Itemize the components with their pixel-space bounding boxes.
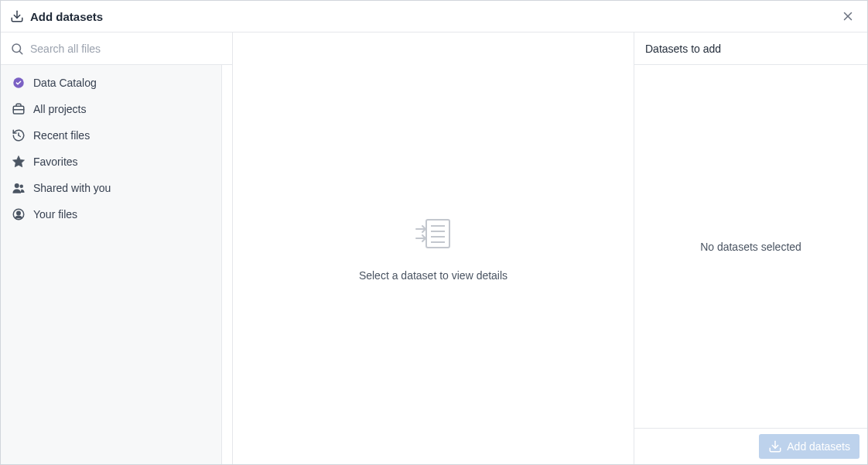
svg-point-14: [17, 211, 21, 215]
download-icon: [10, 9, 24, 23]
import-placeholder-icon: [413, 215, 453, 252]
right-panel-heading: Datasets to add: [634, 32, 867, 65]
right-panel-footer: Add datasets: [634, 429, 867, 464]
user-circle-icon: [12, 207, 26, 221]
sidebar-item-shared-with-you[interactable]: Shared with you: [1, 175, 221, 201]
search-input[interactable]: [30, 43, 223, 55]
close-button[interactable]: [838, 6, 858, 26]
sidebar-nav: Data Catalog All projects Recent files: [1, 65, 221, 464]
sidebar-item-all-projects[interactable]: All projects: [1, 96, 221, 122]
sidebar-item-favorites[interactable]: Favorites: [1, 149, 221, 175]
sidebar-gutter: [221, 65, 232, 464]
modal-header: Add datasets: [1, 1, 867, 32]
sidebar-item-label: Recent files: [33, 129, 90, 142]
download-icon: [768, 439, 782, 453]
svg-point-12: [20, 185, 24, 189]
right-panel: Datasets to add No datasets selected Add…: [634, 32, 867, 464]
svg-rect-15: [426, 220, 449, 248]
sidebar-item-data-catalog[interactable]: Data Catalog: [1, 70, 221, 96]
check-badge-icon: [12, 76, 26, 90]
sidebar-item-label: Favorites: [33, 156, 78, 168]
right-panel-empty: No datasets selected: [634, 65, 867, 429]
sidebar-item-label: Your files: [33, 208, 77, 221]
star-icon: [12, 155, 26, 169]
svg-line-9: [19, 135, 20, 137]
add-datasets-button-label: Add datasets: [787, 440, 850, 453]
close-icon: [841, 9, 855, 23]
search-row: [1, 32, 232, 65]
add-datasets-button[interactable]: Add datasets: [759, 434, 859, 459]
add-datasets-modal: Add datasets Data Catalog: [0, 0, 868, 465]
sidebar-item-your-files[interactable]: Your files: [1, 201, 221, 227]
history-icon: [12, 128, 26, 142]
sidebar: Data Catalog All projects Recent files: [1, 32, 233, 464]
svg-point-11: [15, 183, 19, 188]
modal-body: Data Catalog All projects Recent files: [1, 32, 867, 464]
briefcase-icon: [12, 102, 26, 116]
svg-line-4: [19, 51, 22, 53]
search-icon: [10, 42, 24, 56]
center-panel: Select a dataset to view details: [233, 32, 634, 464]
svg-point-3: [12, 44, 21, 53]
sidebar-item-label: Data Catalog: [33, 77, 97, 89]
sidebar-item-label: All projects: [33, 103, 86, 115]
modal-title: Add datasets: [30, 10, 103, 23]
users-icon: [12, 181, 26, 195]
sidebar-item-label: Shared with you: [33, 182, 111, 194]
center-empty-text: Select a dataset to view details: [359, 269, 507, 282]
svg-marker-10: [13, 156, 25, 167]
sidebar-item-recent-files[interactable]: Recent files: [1, 122, 221, 149]
header-left: Add datasets: [10, 9, 103, 23]
